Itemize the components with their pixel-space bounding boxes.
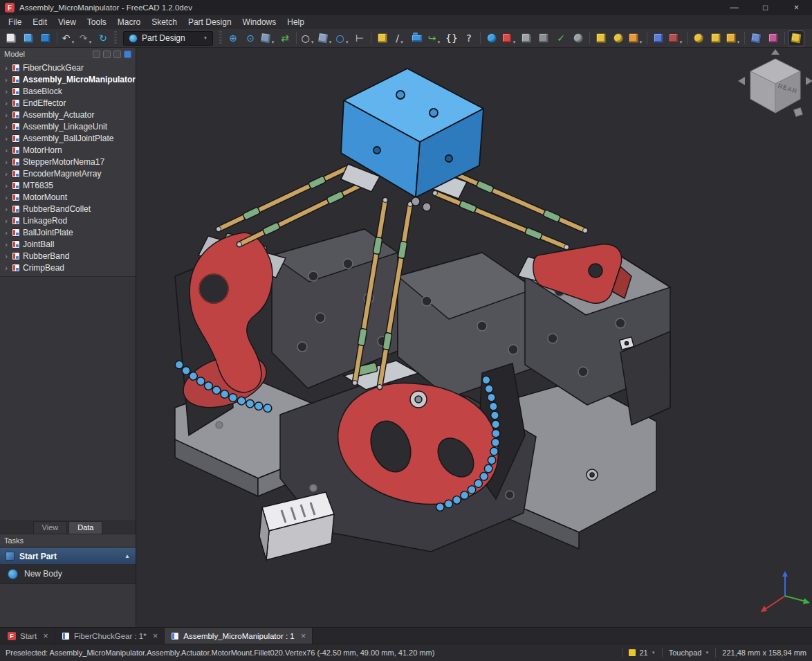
std-views-button[interactable]: ▼ bbox=[317, 30, 333, 46]
create-body-button[interactable] bbox=[483, 30, 500, 46]
tree-item-crimpbead[interactable]: ›CrimpBead bbox=[0, 262, 136, 273]
expander-icon[interactable]: › bbox=[3, 205, 9, 213]
tree-item-encodermagnetarray[interactable]: ›EncoderMagnetArray bbox=[0, 167, 136, 179]
doc-tab-start[interactable]: FStart× bbox=[1, 628, 55, 644]
map-sketch-button[interactable] bbox=[535, 30, 552, 46]
fit-all-button[interactable]: ⊕ bbox=[225, 30, 241, 46]
tree-item-steppermotornema17[interactable]: ›StepperMotorNema17 bbox=[0, 156, 136, 167]
expander-icon[interactable]: › bbox=[3, 170, 9, 178]
tree-item-motorhorn[interactable]: ›MotorHorn bbox=[0, 144, 136, 156]
pin-icon[interactable] bbox=[124, 51, 131, 58]
tab-view[interactable]: View bbox=[33, 521, 68, 534]
close-button[interactable]: × bbox=[781, 0, 812, 15]
doc-tab-assembly-micromanipulator-1[interactable]: Assembly_MicroManipulator : 1× bbox=[165, 628, 313, 644]
tree-item-linkagerod[interactable]: ›LinkageRod bbox=[0, 215, 136, 226]
save-document-button[interactable] bbox=[37, 30, 54, 46]
maximize-button[interactable]: □ bbox=[750, 0, 781, 15]
sync-view-button[interactable]: ⇄ bbox=[277, 30, 293, 46]
expander-icon[interactable]: › bbox=[3, 217, 9, 225]
menu-windows[interactable]: Windows bbox=[237, 16, 282, 28]
minimize-button[interactable]: — bbox=[719, 0, 750, 15]
tree-item-assembly-linkageunit[interactable]: ›Assembly_LinkageUnit bbox=[0, 120, 136, 132]
3d-scene[interactable]: REAR bbox=[136, 48, 812, 627]
menu-edit[interactable]: Edit bbox=[27, 16, 53, 28]
zoom-selection-button[interactable]: ⊙ bbox=[242, 30, 259, 46]
tree-item-balljointplate[interactable]: ›BallJointPlate bbox=[0, 226, 136, 238]
close-icon[interactable]: × bbox=[301, 631, 306, 641]
expander-icon[interactable]: › bbox=[3, 158, 9, 166]
tree-item-assembly-micromanipulator[interactable]: ›Assembly_MicroManipulator bbox=[0, 73, 136, 85]
migrate-feature-button[interactable] bbox=[765, 30, 782, 46]
new-document-button[interactable] bbox=[3, 30, 19, 46]
expander-icon[interactable]: › bbox=[3, 64, 9, 72]
expander-icon[interactable]: › bbox=[3, 75, 9, 84]
create-part-button[interactable] bbox=[374, 30, 391, 46]
gear-icon[interactable] bbox=[103, 51, 111, 58]
create-joint-button[interactable]: /▼ bbox=[391, 30, 408, 46]
tree-item-motormount[interactable]: ›MotorMount bbox=[0, 191, 136, 203]
io-icon[interactable] bbox=[93, 51, 100, 58]
validate-sketch-button[interactable]: ✓ bbox=[553, 30, 569, 46]
expander-icon[interactable]: › bbox=[3, 252, 9, 260]
create-sketch-button[interactable]: ▼ bbox=[501, 30, 517, 46]
tree-item-assembly-balljointplate[interactable]: ›Assembly_BallJointPlate bbox=[0, 132, 136, 144]
tab-data[interactable]: Data bbox=[68, 521, 102, 534]
expander-icon[interactable]: › bbox=[3, 146, 9, 154]
workbench-selector[interactable]: Part Design ▼ bbox=[123, 31, 213, 46]
doc-tab-fiberchuckgear-1[interactable]: FiberChuckGear : 1*× bbox=[55, 628, 165, 644]
redo-button[interactable]: ↷▼ bbox=[77, 30, 94, 46]
tree-item-mt6835[interactable]: ›MT6835 bbox=[0, 179, 136, 191]
pad-button[interactable] bbox=[593, 30, 609, 46]
3d-viewport[interactable]: REAR bbox=[136, 48, 812, 627]
menu-help[interactable]: Help bbox=[282, 16, 310, 28]
tree-item-rubberband[interactable]: ›RubberBand bbox=[0, 250, 136, 262]
draw-style-button[interactable]: ○▼ bbox=[299, 30, 316, 46]
tree-item-rubberbandcollet[interactable]: ›RubberBandCollet bbox=[0, 203, 136, 215]
tree-item-baseblock[interactable]: ›BaseBlock bbox=[0, 85, 136, 97]
toggle-active-body-button[interactable] bbox=[788, 30, 804, 46]
frame-icon[interactable] bbox=[113, 51, 121, 58]
refresh-button[interactable]: ↻ bbox=[95, 30, 111, 46]
shape-binder-button[interactable] bbox=[570, 30, 587, 46]
tree-item-assembly-actuator[interactable]: ›Assembly_Actuator bbox=[0, 109, 136, 120]
expander-icon[interactable]: › bbox=[3, 228, 9, 237]
expander-icon[interactable]: › bbox=[3, 111, 9, 119]
collapse-icon[interactable]: ▲ bbox=[124, 553, 130, 559]
model-tree[interactable]: ›FiberChuckGear›Assembly_MicroManipulato… bbox=[0, 60, 136, 276]
revolution-button[interactable] bbox=[610, 30, 627, 46]
create-group-button[interactable] bbox=[409, 30, 425, 46]
expander-icon[interactable]: › bbox=[3, 134, 9, 143]
expander-icon[interactable]: › bbox=[3, 99, 9, 107]
expander-icon[interactable]: › bbox=[3, 264, 9, 272]
menu-tools[interactable]: Tools bbox=[82, 16, 112, 28]
axonometric-view-button[interactable]: ▼ bbox=[259, 30, 276, 46]
menu-sketch[interactable]: Sketch bbox=[146, 16, 183, 28]
edit-sketch-button[interactable] bbox=[518, 30, 535, 46]
dressup-features-button[interactable]: ▼ bbox=[725, 30, 741, 46]
link-actions-button[interactable]: ↪▼ bbox=[426, 30, 443, 46]
menu-file[interactable]: File bbox=[3, 16, 27, 28]
chamfer-button[interactable] bbox=[708, 30, 724, 46]
start-part-section-header[interactable]: Start Part ▲ bbox=[0, 548, 136, 564]
tree-item-fiberchuckgear[interactable]: ›FiberChuckGear bbox=[0, 62, 136, 73]
zoom-tools-button[interactable]: ○▼ bbox=[334, 30, 351, 46]
fillet-button[interactable] bbox=[690, 30, 707, 46]
task-action-new-body[interactable]: New Body bbox=[0, 564, 136, 584]
undo-button[interactable]: ↶▼ bbox=[60, 30, 77, 46]
boolean-operation-button[interactable] bbox=[748, 30, 764, 46]
property-editor[interactable] bbox=[0, 276, 136, 520]
expander-icon[interactable]: › bbox=[3, 181, 9, 190]
tree-item-endeffector[interactable]: ›EndEffector bbox=[0, 97, 136, 109]
menu-view[interactable]: View bbox=[53, 16, 82, 28]
expander-icon[interactable]: › bbox=[3, 123, 9, 131]
close-icon[interactable]: × bbox=[43, 631, 48, 641]
subtractive-features-button[interactable]: ▼ bbox=[667, 30, 684, 46]
expander-icon[interactable]: › bbox=[3, 240, 9, 248]
zoom-level-select[interactable]: 21 ▼ bbox=[629, 649, 655, 657]
menu-part-design[interactable]: Part Design bbox=[183, 16, 237, 28]
whats-this-button[interactable]: ? bbox=[461, 30, 477, 46]
open-document-button[interactable] bbox=[20, 30, 37, 46]
nav-style-select[interactable]: Touchpad ▼ bbox=[669, 649, 710, 657]
menu-macro[interactable]: Macro bbox=[112, 16, 146, 28]
additive-features-button[interactable]: ▼ bbox=[627, 30, 644, 46]
